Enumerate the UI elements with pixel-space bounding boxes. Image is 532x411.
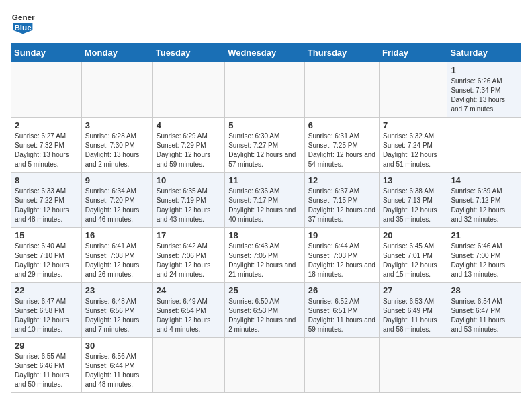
day-info: Sunrise: 6:39 AMSunset: 7:12 PMDaylight:… <box>451 187 517 224</box>
day-info: Sunrise: 6:38 AMSunset: 7:13 PMDaylight:… <box>383 187 443 224</box>
calendar-cell: 25Sunrise: 6:50 AMSunset: 6:53 PMDayligh… <box>225 283 305 338</box>
calendar-cell: 9Sunrise: 6:34 AMSunset: 7:20 PMDaylight… <box>81 173 152 228</box>
calendar-cell: 6Sunrise: 6:31 AMSunset: 7:25 PMDaylight… <box>304 118 379 173</box>
calendar-cell: 27Sunrise: 6:53 AMSunset: 6:49 PMDayligh… <box>379 283 447 338</box>
day-number: 16 <box>85 230 149 240</box>
day-number: 13 <box>383 175 443 185</box>
day-number: 28 <box>451 285 517 295</box>
day-info: Sunrise: 6:55 AMSunset: 6:46 PMDaylight:… <box>15 352 78 390</box>
day-number: 12 <box>308 175 375 185</box>
calendar-cell: 15Sunrise: 6:40 AMSunset: 7:10 PMDayligh… <box>11 228 82 283</box>
calendar-cell: 17Sunrise: 6:42 AMSunset: 7:06 PMDayligh… <box>152 228 224 283</box>
day-info: Sunrise: 6:26 AMSunset: 7:34 PMDaylight:… <box>451 77 517 114</box>
day-number: 27 <box>383 285 443 295</box>
day-info: Sunrise: 6:43 AMSunset: 7:05 PMDaylight:… <box>228 242 301 279</box>
day-info: Sunrise: 6:40 AMSunset: 7:10 PMDaylight:… <box>15 242 78 279</box>
calendar-week-row: 8Sunrise: 6:33 AMSunset: 7:22 PMDaylight… <box>11 173 521 228</box>
header-cell-tuesday: Tuesday <box>152 44 224 62</box>
calendar-table: SundayMondayTuesdayWednesdayThursdayFrid… <box>11 43 521 393</box>
calendar-cell: 8Sunrise: 6:33 AMSunset: 7:22 PMDaylight… <box>11 173 82 228</box>
day-info: Sunrise: 6:35 AMSunset: 7:19 PMDaylight:… <box>157 187 221 224</box>
calendar-cell <box>225 338 305 393</box>
day-info: Sunrise: 6:27 AMSunset: 7:32 PMDaylight:… <box>15 132 78 169</box>
day-number: 18 <box>228 230 301 240</box>
calendar-cell <box>152 338 224 393</box>
calendar-cell: 22Sunrise: 6:47 AMSunset: 6:58 PMDayligh… <box>11 283 82 338</box>
day-number: 7 <box>383 120 443 130</box>
calendar-cell: 16Sunrise: 6:41 AMSunset: 7:08 PMDayligh… <box>81 228 152 283</box>
calendar-week-row: 22Sunrise: 6:47 AMSunset: 6:58 PMDayligh… <box>11 283 521 338</box>
calendar-cell: 29Sunrise: 6:55 AMSunset: 6:46 PMDayligh… <box>11 338 82 393</box>
calendar-cell: 24Sunrise: 6:49 AMSunset: 6:54 PMDayligh… <box>152 283 224 338</box>
calendar-week-row: 1Sunrise: 6:26 AMSunset: 7:34 PMDaylight… <box>11 62 521 118</box>
calendar-cell <box>447 338 521 393</box>
day-info: Sunrise: 6:52 AMSunset: 6:51 PMDaylight:… <box>308 297 375 334</box>
day-number: 11 <box>228 175 301 185</box>
calendar-cell: 12Sunrise: 6:37 AMSunset: 7:15 PMDayligh… <box>304 173 379 228</box>
page-header: General Blue <box>11 11 521 35</box>
day-number: 19 <box>308 230 375 240</box>
day-info: Sunrise: 6:48 AMSunset: 6:56 PMDaylight:… <box>85 297 149 334</box>
calendar-cell: 10Sunrise: 6:35 AMSunset: 7:19 PMDayligh… <box>152 173 224 228</box>
day-number: 15 <box>15 230 78 240</box>
day-info: Sunrise: 6:50 AMSunset: 6:53 PMDaylight:… <box>228 297 301 334</box>
day-info: Sunrise: 6:46 AMSunset: 7:00 PMDaylight:… <box>451 242 517 279</box>
day-number: 4 <box>157 120 221 130</box>
calendar-cell: 13Sunrise: 6:38 AMSunset: 7:13 PMDayligh… <box>379 173 447 228</box>
calendar-cell: 5Sunrise: 6:30 AMSunset: 7:27 PMDaylight… <box>225 118 305 173</box>
day-info: Sunrise: 6:28 AMSunset: 7:30 PMDaylight:… <box>85 132 149 169</box>
svg-text:General: General <box>12 13 35 21</box>
logo: General Blue <box>11 11 35 35</box>
header-cell-thursday: Thursday <box>304 44 379 62</box>
calendar-cell <box>379 62 447 118</box>
header-cell-wednesday: Wednesday <box>225 44 305 62</box>
calendar-cell: 20Sunrise: 6:45 AMSunset: 7:01 PMDayligh… <box>379 228 447 283</box>
header-cell-saturday: Saturday <box>447 44 521 62</box>
calendar-cell <box>379 338 447 393</box>
calendar-cell: 26Sunrise: 6:52 AMSunset: 6:51 PMDayligh… <box>304 283 379 338</box>
calendar-cell: 1Sunrise: 6:26 AMSunset: 7:34 PMDaylight… <box>447 62 521 118</box>
calendar-cell: 19Sunrise: 6:44 AMSunset: 7:03 PMDayligh… <box>304 228 379 283</box>
day-number: 25 <box>228 285 301 295</box>
calendar-week-row: 2Sunrise: 6:27 AMSunset: 7:32 PMDaylight… <box>11 118 521 173</box>
calendar-cell <box>81 62 152 118</box>
day-info: Sunrise: 6:54 AMSunset: 6:47 PMDaylight:… <box>451 297 517 334</box>
day-number: 21 <box>451 230 517 240</box>
day-number: 17 <box>157 230 221 240</box>
day-number: 2 <box>15 120 78 130</box>
day-info: Sunrise: 6:42 AMSunset: 7:06 PMDaylight:… <box>157 242 221 279</box>
header-cell-sunday: Sunday <box>11 44 82 62</box>
logo-icon: General Blue <box>11 11 35 35</box>
day-info: Sunrise: 6:41 AMSunset: 7:08 PMDaylight:… <box>85 242 149 279</box>
calendar-body: 1Sunrise: 6:26 AMSunset: 7:34 PMDaylight… <box>11 62 521 393</box>
calendar-cell: 28Sunrise: 6:54 AMSunset: 6:47 PMDayligh… <box>447 283 521 338</box>
calendar-cell: 18Sunrise: 6:43 AMSunset: 7:05 PMDayligh… <box>225 228 305 283</box>
day-info: Sunrise: 6:49 AMSunset: 6:54 PMDaylight:… <box>157 297 221 334</box>
header-cell-monday: Monday <box>81 44 152 62</box>
day-info: Sunrise: 6:44 AMSunset: 7:03 PMDaylight:… <box>308 242 375 279</box>
day-info: Sunrise: 6:36 AMSunset: 7:17 PMDaylight:… <box>228 187 301 224</box>
svg-text:Blue: Blue <box>14 23 32 32</box>
day-number: 26 <box>308 285 375 295</box>
day-number: 9 <box>85 175 149 185</box>
day-number: 30 <box>85 340 149 351</box>
day-info: Sunrise: 6:29 AMSunset: 7:29 PMDaylight:… <box>157 132 221 169</box>
day-number: 1 <box>451 65 517 75</box>
day-info: Sunrise: 6:34 AMSunset: 7:20 PMDaylight:… <box>85 187 149 224</box>
calendar-cell <box>225 62 305 118</box>
day-info: Sunrise: 6:37 AMSunset: 7:15 PMDaylight:… <box>308 187 375 224</box>
calendar-cell: 4Sunrise: 6:29 AMSunset: 7:29 PMDaylight… <box>152 118 224 173</box>
calendar-cell: 11Sunrise: 6:36 AMSunset: 7:17 PMDayligh… <box>225 173 305 228</box>
calendar-cell: 21Sunrise: 6:46 AMSunset: 7:00 PMDayligh… <box>447 228 521 283</box>
day-info: Sunrise: 6:31 AMSunset: 7:25 PMDaylight:… <box>308 132 375 169</box>
day-info: Sunrise: 6:56 AMSunset: 6:44 PMDaylight:… <box>85 352 149 390</box>
day-number: 3 <box>85 120 149 130</box>
calendar-cell: 23Sunrise: 6:48 AMSunset: 6:56 PMDayligh… <box>81 283 152 338</box>
header-cell-friday: Friday <box>379 44 447 62</box>
day-number: 22 <box>15 285 78 295</box>
day-number: 20 <box>383 230 443 240</box>
day-number: 24 <box>157 285 221 295</box>
calendar-cell <box>304 62 379 118</box>
day-number: 10 <box>157 175 221 185</box>
calendar-week-row: 15Sunrise: 6:40 AMSunset: 7:10 PMDayligh… <box>11 228 521 283</box>
